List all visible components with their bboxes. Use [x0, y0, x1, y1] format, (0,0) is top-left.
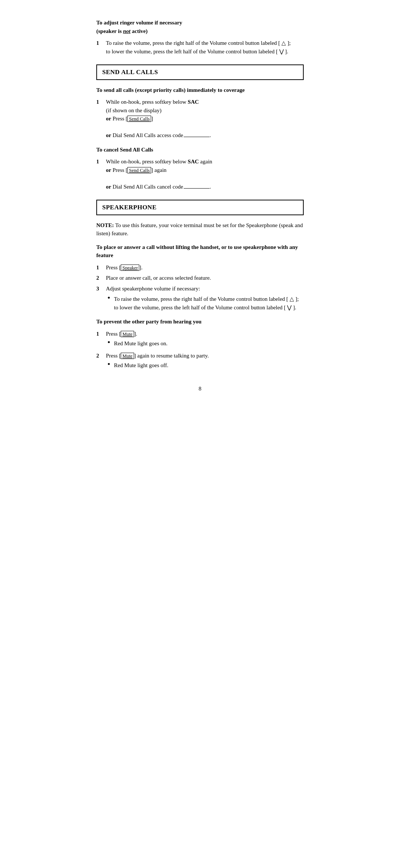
- prevent-bullet-2: • Red Mute light goes off.: [107, 361, 304, 370]
- cancel-or1-line: or Press [Send Calls] again: [106, 166, 304, 174]
- cancel-or2-line: or Dial Send All Calls cancel code.: [106, 183, 304, 191]
- blank-line-1: [184, 137, 210, 137]
- speaker-step2-number: 2: [96, 274, 104, 282]
- step-content: To raise the volume, press the right hal…: [106, 39, 304, 56]
- speakerphone-note: NOTE: To use this feature, your voice te…: [96, 221, 304, 238]
- intro-section: To adjust ringer volume if necessary (sp…: [96, 19, 304, 56]
- page-number: 8: [96, 385, 304, 393]
- bullet-content-1: To raise the volume, press the right hal…: [114, 295, 304, 312]
- prevent-bullet-content-1: Red Mute light goes on.: [114, 339, 304, 348]
- speaker-step1-number: 1: [96, 263, 104, 272]
- cancel-sac-step1: 1 While on-hook, press softkey below SAC…: [96, 157, 304, 191]
- send-calls-button-2: Send Calls: [127, 167, 151, 173]
- send-all-calls-header: SEND ALL CALLS: [96, 64, 304, 80]
- prevent-bullet-content-2: Red Mute light goes off.: [114, 361, 304, 370]
- prevent-heading: To prevent the other party from hearing …: [96, 317, 304, 326]
- speakerphone-bullets: • To raise the volume, press the right h…: [107, 295, 304, 312]
- cancel-step-content: While on-hook, press softkey below SAC a…: [106, 157, 304, 191]
- bullet-item-1: • To raise the volume, press the right h…: [107, 295, 304, 312]
- speaker-button: Speaker: [121, 265, 139, 271]
- prevent-bullet-1-list: • Red Mute light goes on.: [107, 339, 304, 348]
- prevent-step2-number: 2: [96, 352, 104, 360]
- mute-button-1: Mute: [121, 331, 134, 337]
- intro-heading2: (speaker is not active): [96, 28, 147, 34]
- speaker-step3-number: 3: [96, 285, 104, 293]
- mute-button-2: Mute: [121, 353, 134, 359]
- prevent-step2: 2 Press [Mute] again to resume talking t…: [96, 352, 304, 360]
- prevent-step1: 1 Press [Mute].: [96, 330, 304, 338]
- blank-line-2: [184, 188, 210, 189]
- prevent-step2-content: Press [Mute] again to resume talking to …: [106, 352, 304, 360]
- send-all-calls-subheading: To send all calls (except priority calls…: [96, 86, 304, 94]
- speakerphone-header: SPEAKERPHONE: [96, 200, 304, 215]
- sac-step-number: 1: [96, 98, 104, 106]
- speaker-step3: 3 Adjust speakerphone volume if necessar…: [96, 285, 304, 293]
- send-calls-button-1: Send Calls: [127, 116, 151, 122]
- intro-heading: To adjust ringer volume if necessary (sp…: [96, 19, 304, 35]
- speaker-step1: 1 Press [Speaker].: [96, 263, 304, 272]
- speakerphone-subheading: To place or answer a call without liftin…: [96, 243, 304, 260]
- speaker-step2: 2 Place or answer call, or access select…: [96, 274, 304, 282]
- sac-step-content: While on-hook, press softkey below SAC (…: [106, 98, 304, 140]
- speaker-step2-content: Place or answer call, or access selected…: [106, 274, 304, 282]
- sac-or1-line: or Press [Send Calls]: [106, 114, 304, 123]
- sac-or2-line: or Dial Send All Calls access code.: [106, 131, 304, 140]
- prevent-bullet-dot-2: •: [107, 360, 110, 368]
- send-all-calls-section: SEND ALL CALLS To send all calls (except…: [96, 64, 304, 191]
- step-number: 1: [96, 39, 104, 47]
- speakerphone-section: SPEAKERPHONE NOTE: To use this feature, …: [96, 200, 304, 370]
- speaker-step1-content: Press [Speaker].: [106, 263, 304, 272]
- intro-step1: 1 To raise the volume, press the right h…: [96, 39, 304, 56]
- speaker-step3-content: Adjust speakerphone volume if necessary:: [106, 285, 304, 293]
- cancel-sac-heading: To cancel Send All Calls: [96, 146, 304, 154]
- prevent-step1-content: Press [Mute].: [106, 330, 304, 338]
- prevent-bullet-dot-1: •: [107, 338, 110, 346]
- cancel-step-number: 1: [96, 157, 104, 166]
- sac-step1: 1 While on-hook, press softkey below SAC…: [96, 98, 304, 140]
- prevent-bullet-2-list: • Red Mute light goes off.: [107, 361, 304, 370]
- prevent-bullet-1: • Red Mute light goes on.: [107, 339, 304, 348]
- bullet-dot-1: •: [107, 294, 110, 302]
- prevent-step1-number: 1: [96, 330, 104, 338]
